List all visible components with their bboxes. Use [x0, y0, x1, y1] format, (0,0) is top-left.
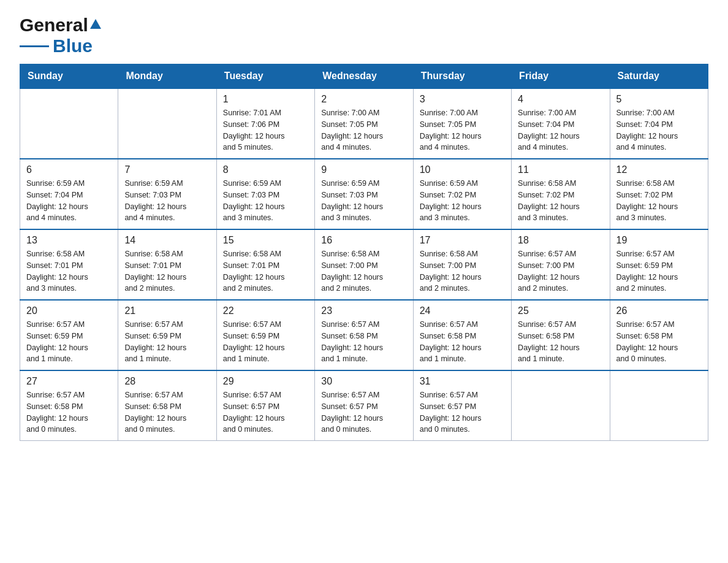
day-info: Sunrise: 6:59 AMSunset: 7:03 PMDaylight:…	[223, 178, 308, 224]
day-info: Sunrise: 6:57 AMSunset: 6:58 PMDaylight:…	[124, 389, 210, 435]
day-number: 21	[124, 305, 210, 316]
day-number: 16	[321, 235, 406, 246]
calendar-day-cell: 12Sunrise: 6:58 AMSunset: 7:02 PMDayligh…	[610, 159, 708, 229]
calendar-day-cell	[512, 370, 610, 441]
day-info: Sunrise: 7:00 AMSunset: 7:04 PMDaylight:…	[518, 107, 603, 153]
day-number: 20	[26, 305, 112, 316]
calendar-day-cell: 15Sunrise: 6:58 AMSunset: 7:01 PMDayligh…	[216, 229, 314, 300]
day-number: 31	[420, 376, 505, 387]
day-info: Sunrise: 6:58 AMSunset: 7:01 PMDaylight:…	[223, 248, 308, 294]
calendar-day-cell: 20Sunrise: 6:57 AMSunset: 6:59 PMDayligh…	[20, 300, 118, 370]
calendar-day-header: Saturday	[610, 64, 708, 89]
calendar-day-cell: 31Sunrise: 6:57 AMSunset: 6:57 PMDayligh…	[413, 370, 511, 441]
calendar-day-header: Friday	[512, 64, 610, 89]
day-number: 4	[518, 94, 603, 105]
calendar-day-cell: 5Sunrise: 7:00 AMSunset: 7:04 PMDaylight…	[610, 88, 708, 159]
day-number: 13	[26, 235, 112, 246]
day-info: Sunrise: 7:00 AMSunset: 7:05 PMDaylight:…	[321, 107, 406, 153]
day-info: Sunrise: 6:57 AMSunset: 6:59 PMDaylight:…	[124, 319, 210, 365]
day-number: 14	[124, 235, 210, 246]
day-info: Sunrise: 6:57 AMSunset: 6:58 PMDaylight:…	[321, 319, 406, 365]
calendar-day-header: Monday	[118, 64, 216, 89]
day-info: Sunrise: 6:57 AMSunset: 6:58 PMDaylight:…	[420, 319, 505, 365]
day-number: 12	[616, 164, 702, 175]
calendar-day-header: Thursday	[413, 64, 511, 89]
calendar-day-cell: 19Sunrise: 6:57 AMSunset: 6:59 PMDayligh…	[610, 229, 708, 300]
calendar-day-cell: 2Sunrise: 7:00 AMSunset: 7:05 PMDaylight…	[315, 88, 413, 159]
calendar-day-cell: 10Sunrise: 6:59 AMSunset: 7:02 PMDayligh…	[413, 159, 511, 229]
day-number: 15	[223, 235, 308, 246]
logo-line-decor	[20, 45, 49, 47]
day-info: Sunrise: 6:57 AMSunset: 6:58 PMDaylight:…	[518, 319, 603, 365]
page-header: General Blue	[20, 15, 708, 56]
calendar-day-cell: 8Sunrise: 6:59 AMSunset: 7:03 PMDaylight…	[216, 159, 314, 229]
day-number: 22	[223, 305, 308, 316]
day-number: 10	[420, 164, 505, 175]
calendar-week-row: 1Sunrise: 7:01 AMSunset: 7:06 PMDaylight…	[20, 88, 708, 159]
calendar-week-row: 13Sunrise: 6:58 AMSunset: 7:01 PMDayligh…	[20, 229, 708, 300]
day-info: Sunrise: 6:58 AMSunset: 7:02 PMDaylight:…	[518, 178, 603, 224]
calendar-day-header: Tuesday	[216, 64, 314, 89]
day-info: Sunrise: 6:58 AMSunset: 7:00 PMDaylight:…	[420, 248, 505, 294]
day-number: 28	[124, 376, 210, 387]
day-number: 25	[518, 305, 603, 316]
day-info: Sunrise: 6:59 AMSunset: 7:03 PMDaylight:…	[321, 178, 406, 224]
day-info: Sunrise: 6:57 AMSunset: 6:57 PMDaylight:…	[321, 389, 406, 435]
day-info: Sunrise: 7:00 AMSunset: 7:04 PMDaylight:…	[616, 107, 702, 153]
day-number: 1	[223, 94, 308, 105]
calendar-day-cell: 29Sunrise: 6:57 AMSunset: 6:57 PMDayligh…	[216, 370, 314, 441]
day-number: 18	[518, 235, 603, 246]
day-number: 9	[321, 164, 406, 175]
calendar-week-row: 20Sunrise: 6:57 AMSunset: 6:59 PMDayligh…	[20, 300, 708, 370]
day-info: Sunrise: 7:01 AMSunset: 7:06 PMDaylight:…	[223, 107, 308, 153]
day-number: 27	[26, 376, 112, 387]
day-number: 29	[223, 376, 308, 387]
calendar-day-cell: 17Sunrise: 6:58 AMSunset: 7:00 PMDayligh…	[413, 229, 511, 300]
day-info: Sunrise: 6:57 AMSunset: 6:59 PMDaylight:…	[223, 319, 308, 365]
calendar-day-cell: 24Sunrise: 6:57 AMSunset: 6:58 PMDayligh…	[413, 300, 511, 370]
calendar-day-cell: 21Sunrise: 6:57 AMSunset: 6:59 PMDayligh…	[118, 300, 216, 370]
calendar-day-cell: 26Sunrise: 6:57 AMSunset: 6:58 PMDayligh…	[610, 300, 708, 370]
day-number: 3	[420, 94, 505, 105]
calendar-day-cell	[610, 370, 708, 441]
logo-arrow-icon	[90, 19, 101, 29]
calendar-day-cell: 30Sunrise: 6:57 AMSunset: 6:57 PMDayligh…	[315, 370, 413, 441]
calendar-day-cell: 27Sunrise: 6:57 AMSunset: 6:58 PMDayligh…	[20, 370, 118, 441]
logo-blue-text: Blue	[53, 36, 93, 56]
day-info: Sunrise: 7:00 AMSunset: 7:05 PMDaylight:…	[420, 107, 505, 153]
day-info: Sunrise: 6:57 AMSunset: 6:59 PMDaylight:…	[26, 319, 112, 365]
calendar-day-cell	[20, 88, 118, 159]
logo: General Blue	[20, 15, 101, 56]
calendar-day-cell	[118, 88, 216, 159]
day-info: Sunrise: 6:58 AMSunset: 7:01 PMDaylight:…	[124, 248, 210, 294]
day-number: 24	[420, 305, 505, 316]
calendar-week-row: 27Sunrise: 6:57 AMSunset: 6:58 PMDayligh…	[20, 370, 708, 441]
day-number: 11	[518, 164, 603, 175]
calendar-day-header: Sunday	[20, 64, 118, 89]
day-number: 30	[321, 376, 406, 387]
day-info: Sunrise: 6:58 AMSunset: 7:01 PMDaylight:…	[26, 248, 112, 294]
day-number: 26	[616, 305, 702, 316]
day-info: Sunrise: 6:58 AMSunset: 7:00 PMDaylight:…	[321, 248, 406, 294]
calendar-day-cell: 4Sunrise: 7:00 AMSunset: 7:04 PMDaylight…	[512, 88, 610, 159]
calendar-day-cell: 3Sunrise: 7:00 AMSunset: 7:05 PMDaylight…	[413, 88, 511, 159]
day-info: Sunrise: 6:58 AMSunset: 7:02 PMDaylight:…	[616, 178, 702, 224]
day-number: 8	[223, 164, 308, 175]
calendar-day-cell: 6Sunrise: 6:59 AMSunset: 7:04 PMDaylight…	[20, 159, 118, 229]
calendar-day-cell: 13Sunrise: 6:58 AMSunset: 7:01 PMDayligh…	[20, 229, 118, 300]
day-info: Sunrise: 6:59 AMSunset: 7:02 PMDaylight:…	[420, 178, 505, 224]
day-info: Sunrise: 6:57 AMSunset: 6:58 PMDaylight:…	[26, 389, 112, 435]
day-number: 2	[321, 94, 406, 105]
calendar-day-cell: 14Sunrise: 6:58 AMSunset: 7:01 PMDayligh…	[118, 229, 216, 300]
calendar-day-cell: 28Sunrise: 6:57 AMSunset: 6:58 PMDayligh…	[118, 370, 216, 441]
day-number: 23	[321, 305, 406, 316]
calendar-week-row: 6Sunrise: 6:59 AMSunset: 7:04 PMDaylight…	[20, 159, 708, 229]
calendar-day-cell: 16Sunrise: 6:58 AMSunset: 7:00 PMDayligh…	[315, 229, 413, 300]
day-number: 17	[420, 235, 505, 246]
calendar-day-cell: 11Sunrise: 6:58 AMSunset: 7:02 PMDayligh…	[512, 159, 610, 229]
calendar-day-cell: 1Sunrise: 7:01 AMSunset: 7:06 PMDaylight…	[216, 88, 314, 159]
calendar-day-cell: 22Sunrise: 6:57 AMSunset: 6:59 PMDayligh…	[216, 300, 314, 370]
day-info: Sunrise: 6:57 AMSunset: 6:57 PMDaylight:…	[420, 389, 505, 435]
day-info: Sunrise: 6:57 AMSunset: 6:57 PMDaylight:…	[223, 389, 308, 435]
day-number: 7	[124, 164, 210, 175]
